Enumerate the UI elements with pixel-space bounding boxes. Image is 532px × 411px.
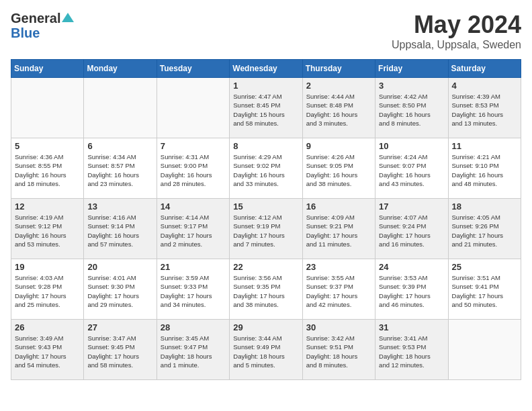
month-title: May 2024 bbox=[392, 11, 521, 39]
day-info: Sunrise: 3:51 AMSunset: 9:41 PMDaylight:… bbox=[452, 273, 517, 309]
calendar-day: 27Sunrise: 3:47 AMSunset: 9:45 PMDayligh… bbox=[84, 320, 157, 380]
calendar-day: 19Sunrise: 4:03 AMSunset: 9:28 PMDayligh… bbox=[11, 259, 84, 320]
logo-blue-text: Blue bbox=[11, 26, 40, 40]
day-info: Sunrise: 4:34 AMSunset: 8:57 PMDaylight:… bbox=[87, 152, 152, 188]
page-header: General Blue May 2024 Uppsala, Uppsala, … bbox=[11, 11, 521, 51]
day-number: 7 bbox=[161, 141, 226, 151]
calendar-day: 8Sunrise: 4:29 AMSunset: 9:02 PMDaylight… bbox=[230, 138, 302, 199]
calendar-week-5: 26Sunrise: 3:49 AMSunset: 9:43 PMDayligh… bbox=[11, 320, 521, 380]
day-number: 14 bbox=[161, 201, 226, 212]
col-header-wednesday: Wednesday bbox=[230, 60, 302, 78]
day-info: Sunrise: 4:19 AMSunset: 9:12 PMDaylight:… bbox=[15, 213, 80, 248]
day-info: Sunrise: 4:03 AMSunset: 9:28 PMDaylight:… bbox=[15, 273, 80, 309]
calendar-day: 28Sunrise: 3:45 AMSunset: 9:47 PMDayligh… bbox=[157, 320, 229, 380]
calendar-day: 4Sunrise: 4:39 AMSunset: 8:53 PMDaylight… bbox=[448, 78, 521, 138]
day-info: Sunrise: 4:05 AMSunset: 9:26 PMDaylight:… bbox=[452, 213, 517, 248]
day-number: 31 bbox=[379, 322, 444, 332]
day-info: Sunrise: 3:49 AMSunset: 9:43 PMDaylight:… bbox=[15, 334, 80, 369]
svg-marker-0 bbox=[62, 13, 74, 22]
day-number: 2 bbox=[306, 81, 371, 91]
calendar-week-3: 12Sunrise: 4:19 AMSunset: 9:12 PMDayligh… bbox=[11, 199, 521, 259]
calendar-day: 5Sunrise: 4:36 AMSunset: 8:55 PMDaylight… bbox=[11, 138, 84, 199]
calendar-day: 22Sunrise: 3:56 AMSunset: 9:35 PMDayligh… bbox=[230, 259, 302, 320]
day-number: 8 bbox=[233, 141, 298, 151]
day-number: 17 bbox=[379, 201, 444, 212]
day-info: Sunrise: 3:47 AMSunset: 9:45 PMDaylight:… bbox=[87, 334, 152, 369]
day-number: 26 bbox=[15, 322, 80, 332]
calendar-week-2: 5Sunrise: 4:36 AMSunset: 8:55 PMDaylight… bbox=[11, 138, 521, 199]
calendar-day: 25Sunrise: 3:51 AMSunset: 9:41 PMDayligh… bbox=[448, 259, 521, 320]
calendar-day: 12Sunrise: 4:19 AMSunset: 9:12 PMDayligh… bbox=[11, 199, 84, 259]
day-info: Sunrise: 4:44 AMSunset: 8:48 PMDaylight:… bbox=[306, 92, 371, 128]
logo-icon bbox=[62, 11, 74, 24]
calendar-day: 18Sunrise: 4:05 AMSunset: 9:26 PMDayligh… bbox=[448, 199, 521, 259]
day-info: Sunrise: 3:55 AMSunset: 9:37 PMDaylight:… bbox=[306, 273, 371, 309]
col-header-saturday: Saturday bbox=[448, 60, 521, 78]
calendar-day bbox=[84, 78, 157, 138]
day-number: 5 bbox=[15, 141, 80, 151]
calendar-header-row: SundayMondayTuesdayWednesdayThursdayFrid… bbox=[11, 60, 521, 78]
day-number: 27 bbox=[87, 322, 152, 332]
day-info: Sunrise: 4:26 AMSunset: 9:05 PMDaylight:… bbox=[306, 152, 371, 188]
calendar-day: 10Sunrise: 4:24 AMSunset: 9:07 PMDayligh… bbox=[375, 138, 448, 199]
day-info: Sunrise: 4:24 AMSunset: 9:07 PMDaylight:… bbox=[379, 152, 444, 188]
day-number: 19 bbox=[15, 262, 80, 272]
logo: General Blue bbox=[11, 11, 74, 40]
day-info: Sunrise: 4:07 AMSunset: 9:24 PMDaylight:… bbox=[379, 213, 444, 248]
day-info: Sunrise: 4:16 AMSunset: 9:14 PMDaylight:… bbox=[87, 213, 152, 248]
day-info: Sunrise: 4:09 AMSunset: 9:21 PMDaylight:… bbox=[306, 213, 371, 248]
col-header-monday: Monday bbox=[84, 60, 157, 78]
day-info: Sunrise: 4:36 AMSunset: 8:55 PMDaylight:… bbox=[15, 152, 80, 188]
day-info: Sunrise: 3:59 AMSunset: 9:33 PMDaylight:… bbox=[161, 273, 226, 309]
calendar-day: 2Sunrise: 4:44 AMSunset: 8:48 PMDaylight… bbox=[302, 78, 375, 138]
calendar-day: 14Sunrise: 4:14 AMSunset: 9:17 PMDayligh… bbox=[157, 199, 229, 259]
day-number: 10 bbox=[379, 141, 444, 151]
day-info: Sunrise: 4:47 AMSunset: 8:45 PMDaylight:… bbox=[233, 92, 298, 128]
calendar-day: 16Sunrise: 4:09 AMSunset: 9:21 PMDayligh… bbox=[302, 199, 375, 259]
day-number: 29 bbox=[233, 322, 298, 332]
day-number: 13 bbox=[87, 201, 152, 212]
day-info: Sunrise: 4:29 AMSunset: 9:02 PMDaylight:… bbox=[233, 152, 298, 188]
calendar-day: 15Sunrise: 4:12 AMSunset: 9:19 PMDayligh… bbox=[230, 199, 302, 259]
calendar-day: 3Sunrise: 4:42 AMSunset: 8:50 PMDaylight… bbox=[375, 78, 448, 138]
calendar-day bbox=[157, 78, 229, 138]
day-number: 22 bbox=[233, 262, 298, 272]
calendar-day: 21Sunrise: 3:59 AMSunset: 9:33 PMDayligh… bbox=[157, 259, 229, 320]
col-header-sunday: Sunday bbox=[11, 60, 84, 78]
calendar-day bbox=[448, 320, 521, 380]
day-number: 1 bbox=[233, 81, 298, 91]
day-number: 25 bbox=[452, 262, 517, 272]
day-number: 6 bbox=[87, 141, 152, 151]
day-info: Sunrise: 4:14 AMSunset: 9:17 PMDaylight:… bbox=[161, 213, 226, 248]
title-block: May 2024 Uppsala, Uppsala, Sweden bbox=[392, 11, 521, 51]
day-number: 24 bbox=[379, 262, 444, 272]
col-header-thursday: Thursday bbox=[302, 60, 375, 78]
day-number: 30 bbox=[306, 322, 371, 332]
day-number: 15 bbox=[233, 201, 298, 212]
col-header-friday: Friday bbox=[375, 60, 448, 78]
location: Uppsala, Uppsala, Sweden bbox=[392, 39, 521, 51]
day-info: Sunrise: 4:42 AMSunset: 8:50 PMDaylight:… bbox=[379, 92, 444, 128]
col-header-tuesday: Tuesday bbox=[157, 60, 229, 78]
calendar-day: 24Sunrise: 3:53 AMSunset: 9:39 PMDayligh… bbox=[375, 259, 448, 320]
day-info: Sunrise: 4:12 AMSunset: 9:19 PMDaylight:… bbox=[233, 213, 298, 248]
day-info: Sunrise: 3:44 AMSunset: 9:49 PMDaylight:… bbox=[233, 334, 298, 369]
day-number: 23 bbox=[306, 262, 371, 272]
day-info: Sunrise: 4:01 AMSunset: 9:30 PMDaylight:… bbox=[87, 273, 152, 309]
day-info: Sunrise: 3:42 AMSunset: 9:51 PMDaylight:… bbox=[306, 334, 371, 369]
calendar-day: 23Sunrise: 3:55 AMSunset: 9:37 PMDayligh… bbox=[302, 259, 375, 320]
calendar-table: SundayMondayTuesdayWednesdayThursdayFrid… bbox=[11, 59, 521, 380]
calendar-day: 6Sunrise: 4:34 AMSunset: 8:57 PMDaylight… bbox=[84, 138, 157, 199]
day-info: Sunrise: 3:45 AMSunset: 9:47 PMDaylight:… bbox=[161, 334, 226, 369]
calendar-day: 29Sunrise: 3:44 AMSunset: 9:49 PMDayligh… bbox=[230, 320, 302, 380]
calendar-day: 11Sunrise: 4:21 AMSunset: 9:10 PMDayligh… bbox=[448, 138, 521, 199]
calendar-day: 20Sunrise: 4:01 AMSunset: 9:30 PMDayligh… bbox=[84, 259, 157, 320]
day-info: Sunrise: 4:21 AMSunset: 9:10 PMDaylight:… bbox=[452, 152, 517, 188]
day-number: 4 bbox=[452, 81, 517, 91]
day-info: Sunrise: 3:41 AMSunset: 9:53 PMDaylight:… bbox=[379, 334, 444, 369]
calendar-day: 30Sunrise: 3:42 AMSunset: 9:51 PMDayligh… bbox=[302, 320, 375, 380]
day-info: Sunrise: 3:56 AMSunset: 9:35 PMDaylight:… bbox=[233, 273, 298, 309]
day-number: 3 bbox=[379, 81, 444, 91]
calendar-day bbox=[11, 78, 84, 138]
calendar-day: 1Sunrise: 4:47 AMSunset: 8:45 PMDaylight… bbox=[230, 78, 302, 138]
